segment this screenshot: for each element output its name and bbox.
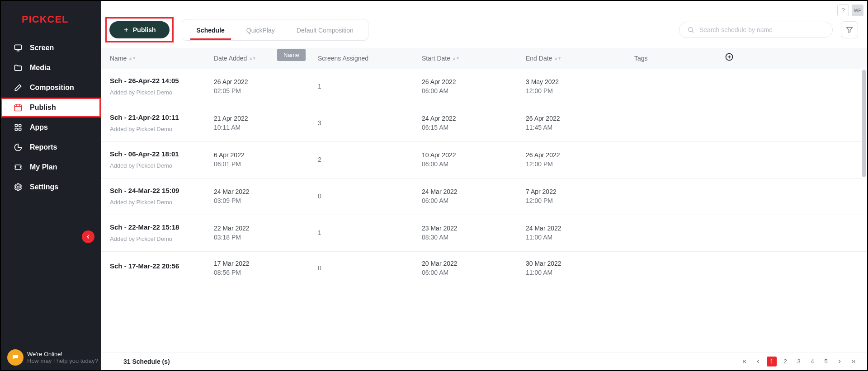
user-avatar[interactable]: WE bbox=[852, 5, 863, 16]
page-last[interactable] bbox=[848, 357, 858, 366]
cell-start: 24 Mar 202206:00 AM bbox=[422, 188, 526, 204]
chat-icon bbox=[7, 349, 24, 366]
search-box[interactable] bbox=[679, 22, 833, 38]
toolbar: Publish Schedule QuickPlay Default Compo… bbox=[101, 1, 867, 42]
cell-date-added: 26 Apr 202202:05 PM bbox=[214, 78, 318, 94]
table-row[interactable]: Sch - 17-Mar-22 20:5617 Mar 202208:56 PM… bbox=[101, 252, 867, 285]
sidebar-item-label: Publish bbox=[30, 103, 56, 112]
first-icon bbox=[741, 358, 748, 365]
table-row[interactable]: Sch - 24-Mar-22 15:09Added by Pickcel De… bbox=[101, 178, 867, 215]
svg-point-7 bbox=[689, 28, 693, 32]
sidebar-item-screen[interactable]: Screen bbox=[1, 38, 101, 58]
sidebar-item-apps[interactable]: Apps bbox=[1, 117, 101, 137]
sort-icon: ▲▼ bbox=[452, 56, 459, 61]
sidebar-item-composition[interactable]: Composition bbox=[1, 78, 101, 98]
schedule-name: Sch - 24-Mar-22 15:09 bbox=[110, 187, 214, 194]
edit-icon bbox=[14, 83, 23, 92]
sidebar-item-media[interactable]: Media bbox=[1, 58, 101, 78]
result-count: 31 Schedule (s) bbox=[110, 358, 170, 365]
sidebar-item-reports[interactable]: Reports bbox=[1, 137, 101, 157]
cell-date-added: 21 Apr 202210:11 AM bbox=[214, 115, 318, 131]
page-4[interactable]: 4 bbox=[807, 357, 817, 366]
svg-rect-3 bbox=[19, 124, 21, 127]
cell-screens: 3 bbox=[318, 119, 422, 127]
publish-highlight-box: Publish bbox=[105, 17, 174, 42]
col-tags[interactable]: Tags bbox=[634, 55, 725, 62]
tab-quickplay[interactable]: QuickPlay bbox=[236, 20, 286, 39]
arrow-left-icon bbox=[85, 234, 91, 240]
col-end[interactable]: End Date▲▼ bbox=[526, 55, 634, 62]
cell-name: Sch - 22-Mar-22 15:18Added by Pickcel De… bbox=[110, 223, 214, 242]
schedule-name: Sch - 21-Apr-22 10:11 bbox=[110, 113, 214, 121]
cell-start: 23 Mar 202208:30 AM bbox=[422, 225, 526, 241]
search-input[interactable] bbox=[699, 26, 825, 33]
grid-icon bbox=[14, 123, 23, 132]
search-icon bbox=[687, 26, 695, 34]
sidebar-item-label: Screen bbox=[30, 44, 54, 52]
table-row[interactable]: Sch - 22-Mar-22 15:18Added by Pickcel De… bbox=[101, 215, 867, 252]
cell-screens: 0 bbox=[318, 264, 422, 272]
cell-date-added: 17 Mar 202208:56 PM bbox=[214, 260, 318, 276]
schedule-added-by: Added by Pickcel Demo bbox=[110, 126, 214, 132]
table-row[interactable]: Sch - 21-Apr-22 10:11Added by Pickcel De… bbox=[101, 105, 867, 142]
schedule-added-by: Added by Pickcel Demo bbox=[110, 89, 214, 96]
cell-name: Sch - 26-Apr-22 14:05Added by Pickcel De… bbox=[110, 77, 214, 96]
collapse-sidebar-button[interactable] bbox=[82, 230, 94, 243]
publish-button-label: Publish bbox=[133, 26, 156, 33]
sort-icon: ▲▼ bbox=[249, 56, 256, 61]
schedule-name: Sch - 06-Apr-22 18:01 bbox=[110, 150, 214, 158]
sidebar-item-publish[interactable]: Publish bbox=[1, 98, 101, 117]
cell-screens: 1 bbox=[318, 229, 422, 236]
schedule-added-by: Added by Pickcel Demo bbox=[110, 235, 214, 242]
col-start[interactable]: Start Date▲▼ bbox=[422, 55, 526, 62]
publish-button[interactable]: Publish bbox=[109, 21, 170, 38]
cell-date-added: 22 Mar 202203:18 PM bbox=[214, 225, 318, 241]
tab-schedule[interactable]: Schedule bbox=[186, 20, 236, 39]
scrollbar-thumb[interactable] bbox=[862, 70, 866, 177]
page-2[interactable]: 2 bbox=[780, 357, 790, 366]
ticket-icon bbox=[14, 163, 23, 172]
col-name[interactable]: Name▲▼ bbox=[110, 55, 214, 62]
svg-rect-5 bbox=[19, 128, 21, 131]
sidebar-item-label: Media bbox=[30, 64, 50, 72]
funnel-icon bbox=[845, 26, 854, 34]
help-button[interactable]: ? bbox=[837, 5, 849, 16]
brand-logo: PICKCEL bbox=[1, 1, 101, 38]
sidebar-item-settings[interactable]: Settings bbox=[1, 177, 101, 197]
page-prev[interactable] bbox=[753, 357, 763, 366]
page-next[interactable] bbox=[835, 357, 844, 366]
cell-end: 26 Apr 202212:00 PM bbox=[526, 151, 634, 168]
sidebar-nav: Screen Media Composition Publish Apps Re… bbox=[1, 38, 101, 197]
cell-start: 26 Apr 202206:00 AM bbox=[422, 78, 526, 94]
page-1[interactable]: 1 bbox=[767, 357, 777, 366]
cell-start: 20 Mar 202206:00 AM bbox=[422, 260, 526, 276]
cell-name: Sch - 06-Apr-22 18:01Added by Pickcel De… bbox=[110, 150, 214, 169]
cell-name: Sch - 24-Mar-22 15:09Added by Pickcel De… bbox=[110, 187, 214, 206]
page-3[interactable]: 3 bbox=[794, 357, 804, 366]
page-first[interactable] bbox=[740, 357, 750, 366]
sidebar-item-label: My Plan bbox=[30, 163, 57, 171]
plus-circle-icon bbox=[725, 52, 734, 61]
tab-default-composition[interactable]: Default Composition bbox=[286, 20, 364, 39]
table-row[interactable]: Sch - 26-Apr-22 14:05Added by Pickcel De… bbox=[101, 69, 867, 105]
sidebar-item-label: Settings bbox=[30, 183, 58, 191]
cell-start: 24 Apr 202206:15 AM bbox=[422, 115, 526, 131]
cell-date-added: 6 Apr 202206:01 PM bbox=[214, 151, 318, 168]
monitor-icon bbox=[14, 43, 23, 52]
cell-date-added: 24 Mar 202203:09 PM bbox=[214, 188, 318, 204]
schedule-added-by: Added by Pickcel Demo bbox=[110, 199, 214, 206]
add-column-button[interactable] bbox=[725, 52, 734, 64]
chevron-right-icon bbox=[836, 358, 843, 365]
sort-icon: ▲▼ bbox=[128, 56, 136, 61]
chat-widget[interactable]: We're Online! How may I help you today? bbox=[7, 349, 98, 366]
page-5[interactable]: 5 bbox=[821, 357, 831, 366]
table-row[interactable]: Sch - 06-Apr-22 18:01Added by Pickcel De… bbox=[101, 142, 867, 178]
svg-rect-0 bbox=[15, 45, 22, 49]
table-header: Name▲▼ Date Added▲▼ Screens Assigned Sta… bbox=[101, 48, 867, 69]
col-screens[interactable]: Screens Assigned bbox=[318, 55, 422, 62]
filter-button[interactable] bbox=[841, 21, 858, 38]
tabs: Schedule QuickPlay Default Composition bbox=[182, 19, 368, 41]
cell-end: 24 Mar 202211:00 AM bbox=[526, 225, 634, 241]
svg-rect-1 bbox=[15, 105, 22, 111]
sidebar-item-myplan[interactable]: My Plan bbox=[1, 157, 101, 177]
